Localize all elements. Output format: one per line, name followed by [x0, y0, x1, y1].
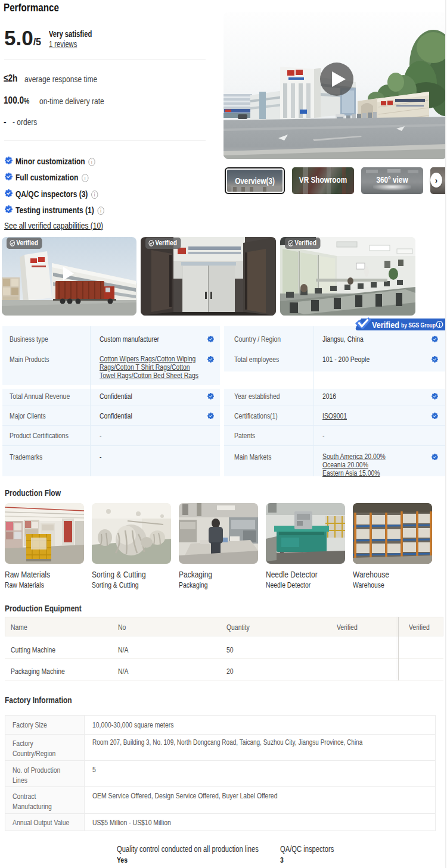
svg-text:Verified: Verified [372, 320, 399, 330]
svg-text:by SGS Group: by SGS Group [401, 321, 436, 329]
